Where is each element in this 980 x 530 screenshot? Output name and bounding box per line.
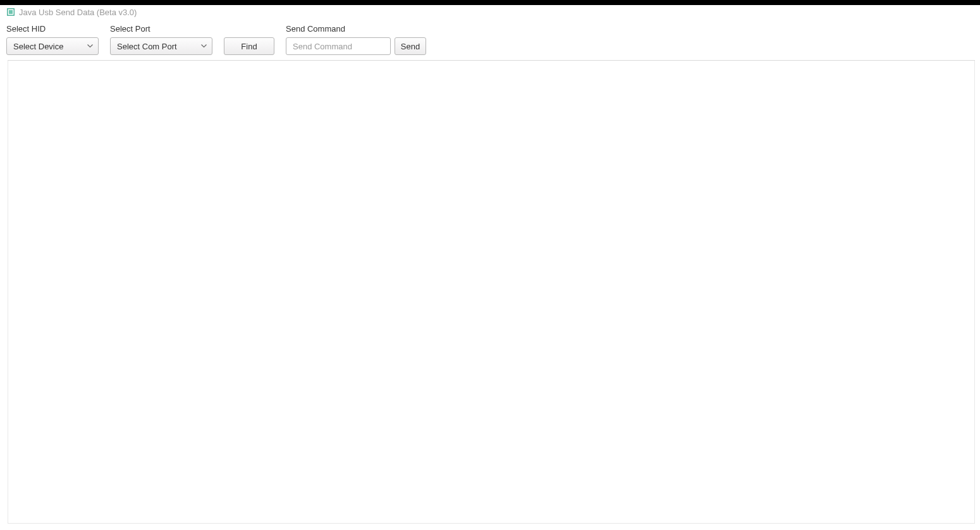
hid-label: Select HID (6, 24, 99, 34)
hid-group: Select HID Select Device (6, 24, 99, 55)
spacer (224, 23, 274, 35)
hid-dropdown-value: Select Device (13, 42, 63, 51)
content-area (8, 61, 975, 524)
chevron-down-icon (201, 44, 207, 48)
title-bar: Java Usb Send Data (Beta v3.0) (0, 5, 980, 19)
command-group: Send Command Send (286, 24, 426, 55)
command-input[interactable] (286, 37, 391, 55)
port-dropdown-value: Select Com Port (117, 42, 177, 51)
toolbar: Select HID Select Device Select Port Sel… (0, 19, 980, 60)
find-button-label: Find (241, 42, 257, 51)
app-icon (6, 8, 15, 16)
port-dropdown[interactable]: Select Com Port (110, 37, 212, 55)
window-top-border (0, 0, 980, 5)
find-button[interactable]: Find (224, 37, 274, 55)
send-button[interactable]: Send (395, 37, 426, 55)
port-label: Select Port (110, 24, 212, 34)
port-group: Select Port Select Com Port (110, 24, 212, 55)
svg-rect-1 (9, 10, 13, 14)
hid-dropdown[interactable]: Select Device (6, 37, 99, 55)
command-label: Send Command (286, 24, 426, 34)
send-button-label: Send (401, 42, 420, 51)
chevron-down-icon (87, 44, 93, 48)
window-title: Java Usb Send Data (Beta v3.0) (19, 8, 137, 17)
find-group: Find (224, 23, 274, 55)
